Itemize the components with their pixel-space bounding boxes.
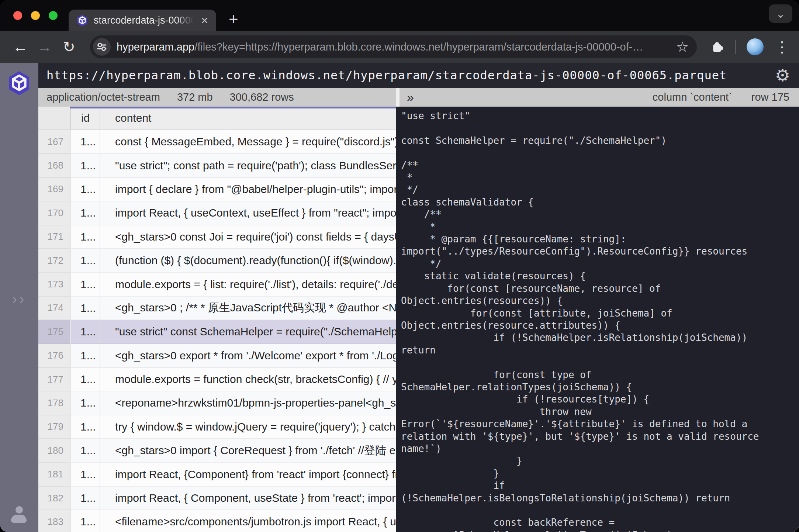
url-text[interactable]: hyperparam.app/files?key=https://hyperpa… [117, 41, 671, 53]
table-row[interactable]: 176 1... <gh_stars>0 export * from './We… [38, 344, 396, 368]
cell-content[interactable]: (function ($) { $(document).ready(functi… [100, 249, 396, 273]
row-number: 176 [38, 344, 70, 368]
file-url: https://hyperparam.blob.core.windows.net… [46, 68, 775, 82]
tab-strip: starcoderdata-js-00000-of-0 × + ⌄ [0, 0, 799, 31]
table-row[interactable]: 183 1... <filename>src/components/jumbot… [38, 510, 396, 532]
table-row[interactable]: 182 1... import React, { Component, useS… [38, 487, 396, 510]
cell-id[interactable]: 1... [70, 415, 100, 439]
tab-title: starcoderdata-js-00000-of-0 [94, 15, 194, 26]
table-row[interactable]: 173 1... module.exports = { list: requir… [38, 273, 396, 296]
tab-search-button[interactable]: ⌄ [769, 4, 792, 23]
table-body: 167 1... const { MessageEmbed, Message }… [38, 130, 396, 532]
cell-id[interactable]: 1... [70, 225, 100, 249]
bookmark-star-icon[interactable]: ☆ [676, 39, 689, 55]
reload-button[interactable]: ↻ [58, 39, 80, 54]
cell-id[interactable]: 1... [70, 391, 100, 415]
cell-id[interactable]: 1... [70, 344, 100, 368]
browser-tab[interactable]: starcoderdata-js-00000-of-0 × [69, 10, 216, 31]
column-header-content[interactable]: content [100, 107, 396, 129]
zoom-window-button[interactable] [49, 11, 58, 20]
table-row[interactable]: 172 1... (function ($) { $(document).rea… [38, 249, 396, 273]
table-header-row: id content [38, 107, 396, 130]
table-row[interactable]: 180 1... <gh_stars>0 import { CoreReques… [38, 439, 396, 463]
cell-content[interactable]: "use strict" const SchemaHelper = requir… [100, 320, 396, 344]
row-number-header [38, 107, 70, 129]
browser-window: starcoderdata-js-00000-of-0 × + ⌄ ← → ↻ … [0, 0, 799, 532]
cell-id[interactable]: 1... [70, 439, 100, 463]
row-number: 174 [38, 297, 70, 320]
table-row[interactable]: 168 1... "use strict"; const path = requ… [38, 154, 396, 177]
cell-id[interactable]: 1... [70, 510, 100, 532]
detail-row-label: row 175 [751, 91, 789, 103]
cell-id[interactable]: 1... [70, 273, 100, 296]
cell-content[interactable]: <filename>src/components/jumbotron.js im… [100, 510, 396, 532]
cell-id[interactable]: 1... [70, 297, 100, 320]
cell-id[interactable]: 1... [70, 249, 100, 273]
row-number: 169 [38, 178, 70, 201]
table-row[interactable]: 175 1... "use strict" const SchemaHelper… [38, 320, 396, 344]
row-number: 182 [38, 487, 70, 510]
toolbar-divider [735, 40, 736, 54]
forward-button[interactable]: → [34, 39, 55, 55]
file-size: 372 mb [177, 91, 213, 103]
sidebar-expand-icon[interactable]: ›› [0, 291, 38, 307]
cell-content[interactable]: <gh_stars>0 export * from './Welcome' ex… [100, 344, 396, 368]
table-row[interactable]: 171 1... <gh_stars>0 const Joi = require… [38, 225, 396, 249]
table-row[interactable]: 167 1... const { MessageEmbed, Message }… [38, 130, 396, 154]
table-row[interactable]: 177 1... module.exports = function check… [38, 368, 396, 391]
cell-id[interactable]: 1... [70, 130, 100, 154]
cell-content[interactable]: import React, { useContext, useEffect } … [100, 201, 396, 225]
minimize-window-button[interactable] [31, 11, 40, 20]
cell-id[interactable]: 1... [70, 368, 100, 391]
cell-content[interactable]: import React, { Component, useState } fr… [100, 487, 396, 510]
table-row[interactable]: 178 1... <reponame>hrzwkstim01/bpmn-js-p… [38, 391, 396, 415]
cell-detail-view[interactable]: "use strict" const SchemaHelper = requir… [396, 107, 799, 532]
address-bar[interactable]: hyperparam.app/files?key=https://hyperpa… [90, 35, 697, 58]
extensions-icon[interactable] [710, 39, 725, 54]
cell-id[interactable]: 1... [70, 178, 100, 201]
url-host: hyperparam.app [117, 41, 194, 53]
content-type: application/octet-stream [46, 91, 160, 103]
cell-id[interactable]: 1... [70, 487, 100, 510]
row-number: 177 [38, 368, 70, 391]
cell-content[interactable]: import React, {Component} from 'react' i… [100, 463, 396, 486]
close-window-button[interactable] [13, 11, 22, 20]
profile-avatar[interactable] [747, 38, 764, 55]
column-header-id[interactable]: id [70, 107, 100, 129]
row-number: 167 [38, 130, 70, 154]
table-row[interactable]: 169 1... import { declare } from "@babel… [38, 178, 396, 201]
collapse-panel-icon[interactable]: » [407, 90, 414, 104]
browser-toolbar: ← → ↻ hyperparam.app/files?key=https://h… [0, 31, 799, 63]
row-number: 175 [38, 320, 70, 344]
table-row[interactable]: 179 1... try { window.$ = window.jQuery … [38, 415, 396, 439]
cell-id[interactable]: 1... [70, 154, 100, 177]
user-profile-icon[interactable] [11, 506, 27, 522]
cell-content[interactable]: module.exports = function check(str, bra… [100, 368, 396, 391]
row-number: 171 [38, 225, 70, 249]
cell-id[interactable]: 1... [70, 463, 100, 486]
cell-content[interactable]: <gh_stars>0 const Joi = require('joi') c… [100, 225, 396, 249]
hyperparam-logo-icon[interactable] [8, 71, 31, 96]
cell-content[interactable]: <gh_stars>0 import { CoreRequest } from … [100, 439, 396, 463]
cell-content[interactable]: try { window.$ = window.jQuery = require… [100, 415, 396, 439]
settings-gear-icon[interactable]: ⚙ [775, 67, 790, 84]
cell-code-text: "use strict" const SchemaHelper = requir… [401, 110, 794, 532]
table-row[interactable]: 181 1... import React, {Component} from … [38, 463, 396, 486]
table-row[interactable]: 174 1... <gh_stars>0 ; /** * 原生JavaScrip… [38, 297, 396, 320]
cell-id[interactable]: 1... [70, 201, 100, 225]
cell-content[interactable]: module.exports = { list: require('./list… [100, 273, 396, 296]
panel-splitter[interactable] [396, 88, 400, 107]
cell-content[interactable]: import { declare } from "@babel/helper-p… [100, 178, 396, 201]
cell-content[interactable]: const { MessageEmbed, Message } = requir… [100, 130, 396, 154]
cell-content[interactable]: "use strict"; const path = require('path… [100, 154, 396, 177]
close-tab-icon[interactable]: × [200, 14, 210, 26]
chrome-menu-icon[interactable]: ⋮ [775, 39, 789, 54]
cell-content[interactable]: <reponame>hrzwkstim01/bpmn-js-properties… [100, 391, 396, 415]
new-tab-button[interactable]: + [229, 11, 238, 31]
row-number: 183 [38, 510, 70, 532]
cell-id[interactable]: 1... [70, 320, 100, 344]
cell-content[interactable]: <gh_stars>0 ; /** * 原生JavaScript代码实现 * @… [100, 297, 396, 320]
back-button[interactable]: ← [10, 39, 31, 55]
table-row[interactable]: 170 1... import React, { useContext, use… [38, 201, 396, 225]
site-settings-icon[interactable] [93, 38, 111, 56]
